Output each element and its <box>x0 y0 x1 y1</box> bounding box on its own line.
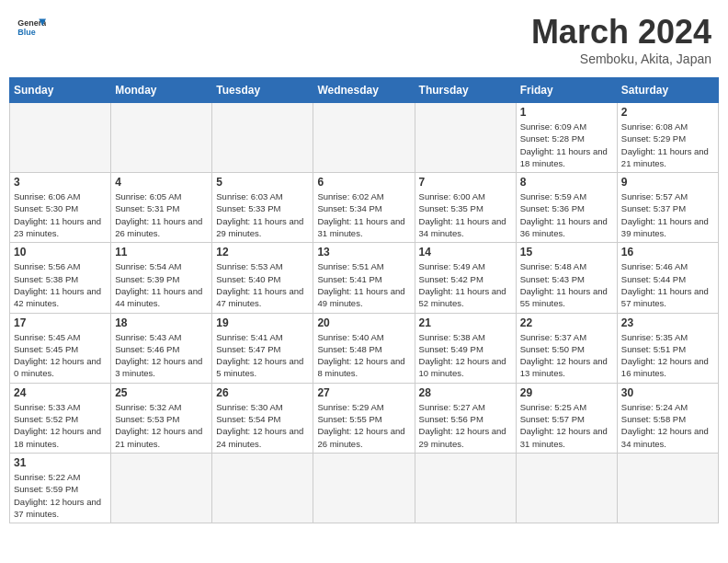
day-info: Sunrise: 5:53 AM Sunset: 5:40 PM Dayligh… <box>216 260 309 309</box>
logo: General Blue <box>17 13 46 42</box>
week-row-4: 24Sunrise: 5:33 AM Sunset: 5:52 PM Dayli… <box>10 383 719 453</box>
day-info: Sunrise: 5:54 AM Sunset: 5:39 PM Dayligh… <box>115 260 208 309</box>
day-cell <box>516 453 617 523</box>
day-cell: 5Sunrise: 6:03 AM Sunset: 5:33 PM Daylig… <box>212 173 313 243</box>
calendar: SundayMondayTuesdayWednesdayThursdayFrid… <box>9 77 719 523</box>
day-info: Sunrise: 5:46 AM Sunset: 5:44 PM Dayligh… <box>621 260 714 309</box>
day-number: 14 <box>419 246 512 259</box>
day-number: 13 <box>317 246 410 259</box>
day-info: Sunrise: 5:37 AM Sunset: 5:50 PM Dayligh… <box>520 331 613 380</box>
day-cell: 4Sunrise: 6:05 AM Sunset: 5:31 PM Daylig… <box>111 173 212 243</box>
day-info: Sunrise: 6:09 AM Sunset: 5:28 PM Dayligh… <box>520 121 613 169</box>
day-info: Sunrise: 6:08 AM Sunset: 5:29 PM Dayligh… <box>621 121 714 169</box>
week-row-3: 17Sunrise: 5:45 AM Sunset: 5:45 PM Dayli… <box>10 313 719 383</box>
day-number: 22 <box>520 316 613 329</box>
day-info: Sunrise: 5:56 AM Sunset: 5:38 PM Dayligh… <box>14 260 107 309</box>
day-cell <box>617 453 718 523</box>
day-number: 10 <box>14 246 107 259</box>
day-cell: 31Sunrise: 5:22 AM Sunset: 5:59 PM Dayli… <box>10 453 111 523</box>
svg-text:Blue: Blue <box>17 28 35 37</box>
day-info: Sunrise: 6:00 AM Sunset: 5:35 PM Dayligh… <box>419 190 512 239</box>
location: Semboku, Akita, Japan <box>531 52 711 66</box>
weekday-header-thursday: Thursday <box>415 78 516 103</box>
day-info: Sunrise: 6:02 AM Sunset: 5:34 PM Dayligh… <box>317 190 410 239</box>
day-number: 19 <box>216 316 309 329</box>
day-number: 15 <box>520 246 613 259</box>
day-info: Sunrise: 5:30 AM Sunset: 5:54 PM Dayligh… <box>216 401 309 450</box>
day-info: Sunrise: 5:27 AM Sunset: 5:56 PM Dayligh… <box>419 401 512 450</box>
day-info: Sunrise: 5:59 AM Sunset: 5:36 PM Dayligh… <box>520 190 613 239</box>
header: General Blue March 2024 Semboku, Akita, … <box>9 9 719 70</box>
day-info: Sunrise: 5:29 AM Sunset: 5:55 PM Dayligh… <box>317 401 410 450</box>
week-row-1: 3Sunrise: 6:06 AM Sunset: 5:30 PM Daylig… <box>10 173 719 243</box>
day-cell <box>10 103 111 173</box>
day-info: Sunrise: 5:24 AM Sunset: 5:58 PM Dayligh… <box>621 401 714 450</box>
day-cell: 22Sunrise: 5:37 AM Sunset: 5:50 PM Dayli… <box>516 313 617 383</box>
week-row-5: 31Sunrise: 5:22 AM Sunset: 5:59 PM Dayli… <box>10 453 719 523</box>
day-number: 12 <box>216 246 309 259</box>
day-number: 18 <box>115 316 208 329</box>
day-number: 26 <box>216 386 309 399</box>
day-number: 3 <box>14 176 107 189</box>
weekday-header-wednesday: Wednesday <box>313 78 415 103</box>
day-info: Sunrise: 6:03 AM Sunset: 5:33 PM Dayligh… <box>216 190 309 239</box>
day-cell <box>415 453 516 523</box>
weekday-header-monday: Monday <box>111 78 212 103</box>
day-number: 28 <box>419 386 512 399</box>
day-cell: 24Sunrise: 5:33 AM Sunset: 5:52 PM Dayli… <box>10 383 111 453</box>
day-cell: 16Sunrise: 5:46 AM Sunset: 5:44 PM Dayli… <box>617 243 718 313</box>
day-number: 6 <box>317 176 410 189</box>
day-info: Sunrise: 5:41 AM Sunset: 5:47 PM Dayligh… <box>216 331 309 380</box>
day-cell: 7Sunrise: 6:00 AM Sunset: 5:35 PM Daylig… <box>415 173 516 243</box>
day-info: Sunrise: 6:06 AM Sunset: 5:30 PM Dayligh… <box>14 190 107 239</box>
day-number: 5 <box>216 176 309 189</box>
day-info: Sunrise: 5:38 AM Sunset: 5:49 PM Dayligh… <box>419 331 512 380</box>
day-info: Sunrise: 5:51 AM Sunset: 5:41 PM Dayligh… <box>317 260 410 309</box>
day-cell: 30Sunrise: 5:24 AM Sunset: 5:58 PM Dayli… <box>617 383 718 453</box>
day-number: 17 <box>14 316 107 329</box>
day-number: 16 <box>621 246 714 259</box>
day-info: Sunrise: 5:43 AM Sunset: 5:46 PM Dayligh… <box>115 331 208 380</box>
day-number: 1 <box>520 106 613 119</box>
day-info: Sunrise: 5:45 AM Sunset: 5:45 PM Dayligh… <box>14 331 107 380</box>
day-number: 7 <box>419 176 512 189</box>
day-info: Sunrise: 5:57 AM Sunset: 5:37 PM Dayligh… <box>621 190 714 239</box>
day-info: Sunrise: 5:48 AM Sunset: 5:43 PM Dayligh… <box>520 260 613 309</box>
month-title: March 2024 <box>531 13 711 52</box>
day-cell: 1Sunrise: 6:09 AM Sunset: 5:28 PM Daylig… <box>516 103 617 173</box>
day-cell: 9Sunrise: 5:57 AM Sunset: 5:37 PM Daylig… <box>617 173 718 243</box>
title-area: March 2024 Semboku, Akita, Japan <box>531 13 711 66</box>
day-cell: 11Sunrise: 5:54 AM Sunset: 5:39 PM Dayli… <box>111 243 212 313</box>
day-number: 4 <box>115 176 208 189</box>
day-cell: 23Sunrise: 5:35 AM Sunset: 5:51 PM Dayli… <box>617 313 718 383</box>
day-cell <box>415 103 516 173</box>
day-cell: 26Sunrise: 5:30 AM Sunset: 5:54 PM Dayli… <box>212 383 313 453</box>
day-cell: 14Sunrise: 5:49 AM Sunset: 5:42 PM Dayli… <box>415 243 516 313</box>
day-info: Sunrise: 5:32 AM Sunset: 5:53 PM Dayligh… <box>115 401 208 450</box>
day-number: 2 <box>621 106 714 119</box>
weekday-header-tuesday: Tuesday <box>212 78 313 103</box>
day-number: 9 <box>621 176 714 189</box>
day-info: Sunrise: 5:22 AM Sunset: 5:59 PM Dayligh… <box>14 471 107 520</box>
day-number: 20 <box>317 316 410 329</box>
day-cell <box>212 103 313 173</box>
day-cell: 21Sunrise: 5:38 AM Sunset: 5:49 PM Dayli… <box>415 313 516 383</box>
day-cell: 28Sunrise: 5:27 AM Sunset: 5:56 PM Dayli… <box>415 383 516 453</box>
day-number: 30 <box>621 386 714 399</box>
day-info: Sunrise: 5:40 AM Sunset: 5:48 PM Dayligh… <box>317 331 410 380</box>
logo-icon: General Blue <box>17 13 46 42</box>
day-cell: 6Sunrise: 6:02 AM Sunset: 5:34 PM Daylig… <box>313 173 415 243</box>
day-cell: 19Sunrise: 5:41 AM Sunset: 5:47 PM Dayli… <box>212 313 313 383</box>
day-info: Sunrise: 5:35 AM Sunset: 5:51 PM Dayligh… <box>621 331 714 380</box>
day-cell: 15Sunrise: 5:48 AM Sunset: 5:43 PM Dayli… <box>516 243 617 313</box>
weekday-header-saturday: Saturday <box>617 78 718 103</box>
weekday-header-row: SundayMondayTuesdayWednesdayThursdayFrid… <box>10 78 719 103</box>
day-number: 25 <box>115 386 208 399</box>
day-cell <box>212 453 313 523</box>
day-cell: 13Sunrise: 5:51 AM Sunset: 5:41 PM Dayli… <box>313 243 415 313</box>
day-number: 8 <box>520 176 613 189</box>
day-number: 27 <box>317 386 410 399</box>
day-cell: 8Sunrise: 5:59 AM Sunset: 5:36 PM Daylig… <box>516 173 617 243</box>
day-info: Sunrise: 6:05 AM Sunset: 5:31 PM Dayligh… <box>115 190 208 239</box>
day-number: 21 <box>419 316 512 329</box>
